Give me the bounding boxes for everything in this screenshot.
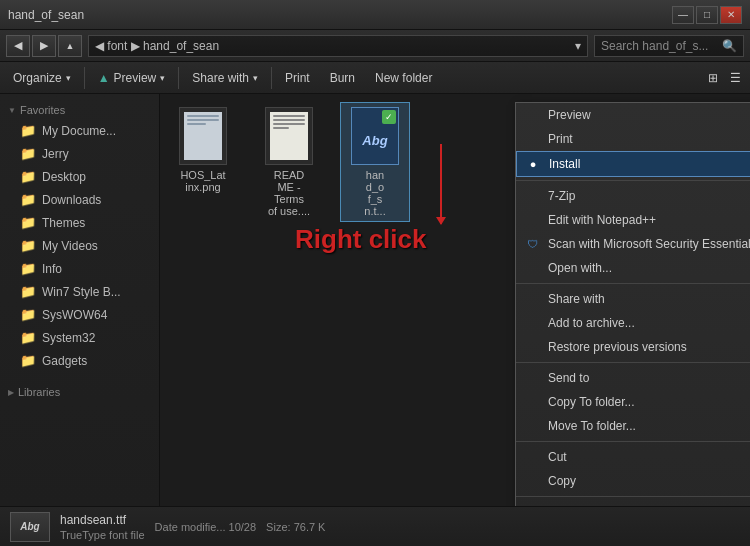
ctx-install[interactable]: ● Install <box>516 151 750 177</box>
ctx-create-shortcut[interactable]: Create shortcut <box>516 500 750 506</box>
search-box[interactable]: Search hand_of_s... 🔍 <box>594 35 744 57</box>
ctx-install-label: Install <box>549 157 580 171</box>
share-with-label: Share with <box>192 71 249 85</box>
share-with-dropdown-icon: ▾ <box>253 73 258 83</box>
status-filetype: TrueType font file <box>60 529 145 541</box>
sidebar-item-win7style[interactable]: 📁 Win7 Style B... <box>0 280 159 303</box>
ctx-security-icon: 🛡 <box>524 236 540 252</box>
ctx-send-to[interactable]: Send to ▶ <box>516 366 750 390</box>
ctx-move-to-folder[interactable]: Move To folder... <box>516 414 750 438</box>
sidebar-item-info[interactable]: 📁 Info <box>0 257 159 280</box>
ctx-open-with[interactable]: Open with... <box>516 256 750 280</box>
forward-button[interactable]: ▶ <box>32 35 56 57</box>
preview-label: Preview <box>114 71 157 85</box>
file-item[interactable]: HOS_Latinx.png <box>168 102 238 198</box>
favorites-header[interactable]: ▼ Favorites <box>0 98 159 119</box>
ctx-share-with-label: Share with <box>548 292 605 306</box>
new-folder-label: New folder <box>375 71 432 85</box>
search-placeholder: Search hand_of_s... <box>601 39 708 53</box>
ctx-print[interactable]: Print <box>516 127 750 151</box>
ctx-add-archive[interactable]: Add to archive... <box>516 311 750 335</box>
ctx-preview[interactable]: Preview <box>516 103 750 127</box>
sidebar-item-label: SysWOW64 <box>42 308 107 322</box>
folder-icon: 📁 <box>20 330 36 345</box>
file-name: HOS_Latinx.png <box>180 169 225 193</box>
ctx-send-to-label: Send to <box>548 371 589 385</box>
status-size-value: 76.7 K <box>294 521 326 533</box>
status-date-value: 10/28 <box>229 521 257 533</box>
print-label: Print <box>285 71 310 85</box>
sidebar-item-label: Jerry <box>42 147 69 161</box>
search-icon: 🔍 <box>722 39 737 53</box>
file-item[interactable]: README -Termsof use.... <box>254 102 324 222</box>
sidebar-item-syswow64[interactable]: 📁 SysWOW64 <box>0 303 159 326</box>
folder-icon: 📁 <box>20 261 36 276</box>
ctx-security-scan[interactable]: 🛡 Scan with Microsoft Security Essential… <box>516 232 750 256</box>
ctx-separator-5 <box>516 496 750 497</box>
favorites-arrow-icon: ▼ <box>8 106 16 115</box>
sidebar-item-gadgets[interactable]: 📁 Gadgets <box>0 349 159 372</box>
file-item-selected[interactable]: ✓ Abg hand_of_sn.t... <box>340 102 410 222</box>
ctx-copy-to-folder[interactable]: Copy To folder... <box>516 390 750 414</box>
sidebar-item-system32[interactable]: 📁 System32 <box>0 326 159 349</box>
file-icon <box>265 107 313 165</box>
address-bar: ◀ ▶ ▲ ◀ font ▶ hand_of_sean ▾ Search han… <box>0 30 750 62</box>
status-details: Date modifie... 10/28 <box>155 521 257 533</box>
folder-icon: 📁 <box>20 192 36 207</box>
ctx-restore[interactable]: Restore previous versions <box>516 335 750 359</box>
ctx-security-label: Scan with Microsoft Security Essentials.… <box>548 237 750 251</box>
preview-button[interactable]: ▲ Preview ▾ <box>89 65 175 91</box>
window-controls: — □ ✕ <box>672 6 742 24</box>
ctx-share-with[interactable]: Share with ▶ <box>516 287 750 311</box>
back-button[interactable]: ◀ <box>6 35 30 57</box>
sidebar-item-my-documents[interactable]: 📁 My Docume... <box>0 119 159 142</box>
view-toggle-button[interactable]: ⊞ <box>703 65 723 91</box>
ctx-preview-label: Preview <box>548 108 591 122</box>
sidebar-item-my-videos[interactable]: 📁 My Videos <box>0 234 159 257</box>
libraries-header[interactable]: ▶ Libraries <box>0 380 159 401</box>
address-path[interactable]: ◀ font ▶ hand_of_sean ▾ <box>88 35 588 57</box>
sidebar-item-desktop[interactable]: 📁 Desktop <box>0 165 159 188</box>
ctx-7zip[interactable]: 7-Zip ▶ <box>516 184 750 208</box>
path-dropdown[interactable]: ▾ <box>575 39 581 53</box>
sidebar-item-themes[interactable]: 📁 Themes <box>0 211 159 234</box>
ctx-copy[interactable]: Copy <box>516 469 750 493</box>
sidebar-item-downloads[interactable]: 📁 Downloads <box>0 188 159 211</box>
ctx-cut[interactable]: Cut <box>516 445 750 469</box>
share-with-button[interactable]: Share with ▾ <box>183 65 267 91</box>
ctx-notepadpp-label: Edit with Notepad++ <box>548 213 656 227</box>
file-area[interactable]: HOS_Latinx.png README -Termsof use.... <box>160 94 750 506</box>
file-name: hand_of_sn.t... <box>364 169 385 217</box>
sidebar-item-jerry[interactable]: 📁 Jerry <box>0 142 159 165</box>
maximize-button[interactable]: □ <box>696 6 718 24</box>
file-icon: ✓ Abg <box>351 107 399 165</box>
ctx-create-shortcut-label: Create shortcut <box>548 505 630 506</box>
favorites-label: Favorites <box>20 104 65 116</box>
ctx-open-with-label: Open with... <box>548 261 612 275</box>
ctx-move-to-folder-label: Move To folder... <box>548 419 636 433</box>
burn-button[interactable]: Burn <box>321 65 364 91</box>
path-text: ◀ font ▶ hand_of_sean <box>95 39 219 53</box>
minimize-button[interactable]: — <box>672 6 694 24</box>
new-folder-button[interactable]: New folder <box>366 65 441 91</box>
libraries-arrow-icon: ▶ <box>8 388 14 397</box>
context-menu: Preview Print ● Install 7-Zip ▶ Edit wit… <box>515 102 750 506</box>
file-icon <box>179 107 227 165</box>
print-button[interactable]: Print <box>276 65 319 91</box>
organize-button[interactable]: Organize ▾ <box>4 65 80 91</box>
ctx-notepadpp[interactable]: Edit with Notepad++ <box>516 208 750 232</box>
folder-icon: 📁 <box>20 238 36 253</box>
sidebar-item-label: Win7 Style B... <box>42 285 121 299</box>
toolbar-separator-2 <box>178 67 179 89</box>
ctx-7zip-label: 7-Zip <box>548 189 575 203</box>
status-filename: handsean.ttf <box>60 513 145 527</box>
close-button[interactable]: ✕ <box>720 6 742 24</box>
right-click-annotation: Right click <box>295 224 426 255</box>
view-details-button[interactable]: ☰ <box>725 65 746 91</box>
sidebar-item-label: Desktop <box>42 170 86 184</box>
sidebar-item-label: Info <box>42 262 62 276</box>
up-button[interactable]: ▲ <box>58 35 82 57</box>
title-bar: hand_of_sean — □ ✕ <box>0 0 750 30</box>
status-file-info: handsean.ttf TrueType font file <box>60 513 145 541</box>
status-size-label: Size: <box>266 521 290 533</box>
